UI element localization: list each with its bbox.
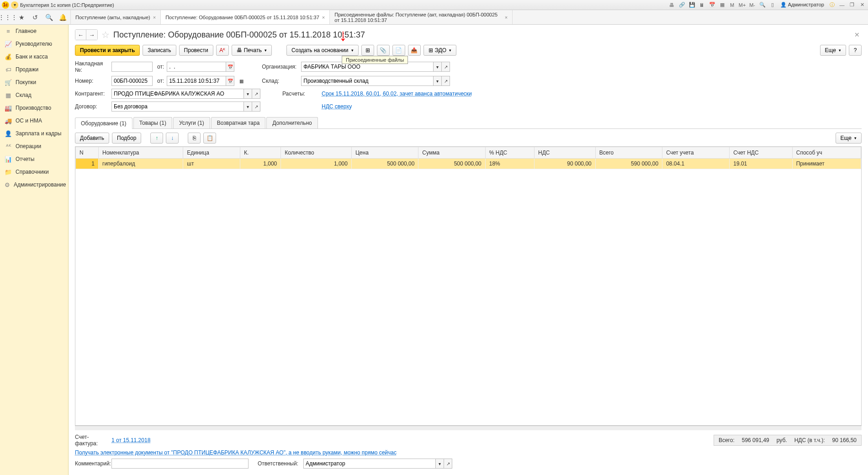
attach-files-button[interactable]: 📎 (377, 45, 390, 56)
edo-button[interactable]: ⊞ ЭДО ▾ (423, 45, 457, 56)
org-dropdown-icon[interactable]: ▾ (434, 62, 442, 72)
items-table[interactable]: NНоменклатураЕдиницаК.КоличествоЦенаСумм… (75, 146, 862, 426)
tb-max-icon[interactable]: ❐ (848, 1, 856, 9)
tb-save-icon[interactable]: 💾 (688, 1, 696, 9)
warehouse-input[interactable] (301, 76, 434, 86)
post-button[interactable]: Провести (179, 45, 213, 56)
number-input[interactable] (111, 76, 153, 86)
nav-back-button[interactable]: ← (75, 30, 86, 40)
tb-panel-icon[interactable]: ▯ (768, 1, 777, 9)
move-down-button[interactable]: ↓ (166, 133, 179, 144)
responsible-dropdown-icon[interactable]: ▾ (436, 459, 444, 469)
move-up-button[interactable]: ↑ (150, 133, 163, 144)
tb-m[interactable]: M (728, 1, 736, 9)
table-header[interactable]: Цена (351, 147, 418, 159)
sidebar-item[interactable]: ≡Главное (0, 25, 68, 37)
save-button[interactable]: Записать (143, 45, 176, 56)
bell-icon[interactable]: 🔔 (58, 13, 67, 21)
document-close-icon[interactable]: ✕ (854, 31, 862, 38)
search-icon[interactable]: 🔍 (45, 13, 53, 21)
favorite-star-icon[interactable]: ☆ (101, 29, 110, 40)
counterparty-input[interactable] (111, 89, 244, 99)
table-header[interactable]: Счет НДС (730, 147, 792, 159)
add-row-button[interactable]: Добавить (75, 133, 109, 144)
sidebar-item[interactable]: 📁Справочники (0, 165, 68, 178)
calc-link[interactable]: Срок 15.11.2018, 60.01, 60.02, зачет ава… (322, 91, 472, 97)
tb-calc-icon[interactable]: 🖩 (698, 1, 706, 9)
calendar-icon[interactable]: 📅 (226, 62, 234, 72)
inner-tab[interactable]: Товары (1) (133, 117, 172, 128)
warehouse-open-icon[interactable]: ↗ (442, 76, 450, 86)
table-header[interactable]: Способ уч (792, 147, 861, 159)
org-open-icon[interactable]: ↗ (442, 62, 450, 72)
tb-m-minus[interactable]: M- (748, 1, 757, 9)
document-tab[interactable]: Поступление (акты, накладные)× (71, 10, 161, 24)
post-and-close-button[interactable]: Провести и закрыть (75, 45, 140, 56)
structure-button[interactable]: ⊞ (361, 45, 374, 56)
tb-print-icon[interactable]: 🖶 (668, 1, 676, 9)
date-input[interactable] (167, 76, 226, 86)
table-header[interactable]: Сумма (418, 147, 485, 159)
date-calendar-icon[interactable]: 📅 (226, 76, 234, 86)
mode-icon[interactable]: ▦ (237, 76, 245, 86)
vat-link[interactable]: НДС сверху (322, 103, 352, 110)
h-scrollbar[interactable] (75, 426, 862, 430)
counterparty-open-icon[interactable]: ↗ (252, 89, 260, 99)
table-header[interactable]: Всего (595, 147, 662, 159)
table-header[interactable]: К. (240, 147, 281, 159)
tb-close-icon[interactable]: ✕ (858, 1, 866, 9)
sidebar-item[interactable]: 📊Отчеты (0, 153, 68, 165)
print-button[interactable]: 🖶 Печать ▾ (232, 45, 272, 56)
table-row[interactable]: 1гипербалоидшт1,0001,000500 000,00500 00… (76, 159, 861, 169)
contract-input[interactable] (111, 101, 244, 112)
inner-tab[interactable]: Дополнительно (266, 117, 318, 128)
nav-forward-button[interactable]: → (86, 30, 97, 40)
contract-dropdown-icon[interactable]: ▾ (244, 101, 252, 112)
sidebar-item[interactable]: ⚙Администрирование (0, 178, 68, 191)
sidebar-item[interactable]: 👤Зарплата и кадры (0, 127, 68, 140)
responsible-input[interactable] (303, 459, 436, 469)
star-icon[interactable]: ★ (17, 13, 26, 21)
tb-schedule-icon[interactable]: ▦ (718, 1, 726, 9)
tb-calendar-icon[interactable]: 📅 (708, 1, 716, 9)
sidebar-item[interactable]: ▦Склад (0, 89, 68, 101)
select-rows-button[interactable]: Подбор (112, 133, 141, 144)
sidebar-item[interactable]: 🏷Продажи (0, 63, 68, 76)
sidebar-item[interactable]: 🚚ОС и НМА (0, 114, 68, 127)
tb-search-icon[interactable]: 🔍 (758, 1, 767, 9)
sidebar-item[interactable]: 🛒Покупки (0, 76, 68, 89)
sidebar-item[interactable]: 🏭Производство (0, 101, 68, 114)
sidebar-item[interactable]: 💰Банк и касса (0, 50, 68, 63)
app-dropdown-icon[interactable]: ▾ (11, 1, 18, 9)
tb-m-plus[interactable]: M+ (738, 1, 746, 9)
help-button[interactable]: ? (849, 45, 862, 56)
responsible-open-icon[interactable]: ↗ (444, 459, 452, 469)
table-header[interactable]: Номенклатура (99, 147, 183, 159)
sf-link[interactable]: 1 от 15.11.2018 (111, 437, 150, 443)
more-button[interactable]: Еще ▾ (820, 45, 846, 56)
contract-open-icon[interactable]: ↗ (252, 101, 260, 112)
inner-tab[interactable]: Оборудование (1) (75, 117, 132, 129)
inner-tab[interactable]: Услуги (1) (173, 117, 210, 128)
table-header[interactable]: N (76, 147, 99, 159)
paste-button[interactable]: 📋 (203, 133, 216, 144)
sidebar-item[interactable]: 📈Руководителю (0, 37, 68, 50)
tb-info-icon[interactable]: ⓘ (828, 1, 836, 9)
invoice-date-input[interactable] (167, 62, 226, 72)
invoice-no-input[interactable] (111, 62, 153, 72)
apps-icon[interactable]: ⋮⋮⋮ (4, 13, 12, 21)
sidebar-item[interactable]: ᴬᴷОперации (0, 140, 68, 153)
table-header[interactable]: Счет учета (662, 147, 730, 159)
history-icon[interactable]: ↺ (31, 13, 39, 21)
table-header[interactable]: Количество (281, 147, 352, 159)
table-more-button[interactable]: Еще ▾ (836, 133, 862, 144)
table-header[interactable]: % НДС (485, 147, 534, 159)
tab-close-icon[interactable]: × (505, 15, 508, 20)
current-user[interactable]: 👤 Администратор (778, 2, 826, 8)
counterparty-dropdown-icon[interactable]: ▾ (244, 89, 252, 99)
report-button[interactable]: 📄 (392, 45, 405, 56)
export-button[interactable]: 📤 (408, 45, 421, 56)
copy-button[interactable]: ⎘ (188, 133, 201, 144)
document-tab[interactable]: Присоединенные файлы: Поступление (акт, … (330, 10, 513, 24)
tb-link-icon[interactable]: 🔗 (678, 1, 686, 9)
